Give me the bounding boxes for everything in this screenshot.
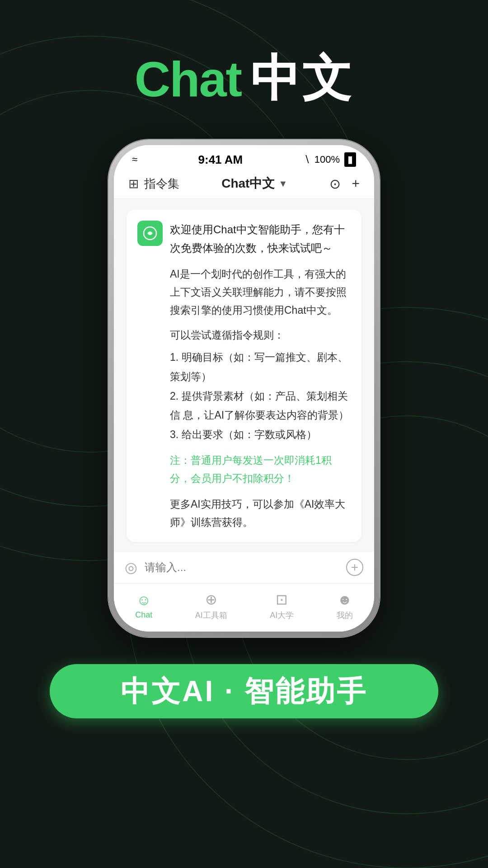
- chat-bubble: 欢迎使用Chat中文智能助手，您有十次免费体验的次数，快来试试吧～ AI是一个划…: [127, 210, 361, 542]
- nav-bar: ⊞ 指令集 Chat中文 ▼ ⊙ +: [114, 170, 374, 199]
- page-title-section: Chat 中文: [135, 45, 353, 113]
- input-add-icon[interactable]: +: [346, 559, 363, 576]
- cta-button[interactable]: 中文AI · 智能助手: [50, 664, 438, 718]
- phone-outer-frame: ≈ 9:41 AM ∖ 100% ▮ ⊞ 指令集 Chat中文 ▼: [108, 140, 380, 637]
- bluetooth-icon: ∖: [304, 154, 310, 165]
- cta-button-label: 中文AI · 智能助手: [121, 672, 367, 711]
- chat-highlight: 注：普通用户每发送一次即消耗1积分，会员用户不扣除积分！: [170, 451, 351, 488]
- tab-profile-icon: ☻: [337, 591, 352, 608]
- chat-instruction-title: 可以尝试遵循指令规则：: [170, 326, 351, 344]
- tab-tools[interactable]: ⊕ AI工具箱: [195, 591, 227, 621]
- tab-chat-label: Chat: [135, 610, 152, 620]
- tab-bar: ☺ Chat ⊕ AI工具箱 ⊡ AI大学 ☻ 我的: [114, 583, 374, 632]
- status-bar: ≈ 9:41 AM ∖ 100% ▮: [114, 145, 374, 170]
- chat-greeting: 欢迎使用Chat中文智能助手，您有十次免费体验的次数，快来试试吧～: [170, 221, 351, 258]
- tab-chat[interactable]: ☺ Chat: [135, 592, 152, 620]
- add-icon[interactable]: +: [352, 176, 360, 191]
- history-icon[interactable]: ⊙: [329, 176, 341, 192]
- phone-mockup: ≈ 9:41 AM ∖ 100% ▮ ⊞ 指令集 Chat中文 ▼: [108, 140, 380, 637]
- title-chat: Chat: [135, 50, 241, 108]
- chat-instructions: 1. 明确目标（如：写一篇推文、剧本、策划等） 2. 提供背景素材（如：产品、策…: [170, 348, 351, 444]
- tab-university[interactable]: ⊡ AI大学: [270, 591, 294, 621]
- tab-university-label: AI大学: [270, 610, 294, 621]
- chat-area: 欢迎使用Chat中文智能助手，您有十次免费体验的次数，快来试试吧～ AI是一个划…: [114, 199, 374, 551]
- chat-content: 欢迎使用Chat中文智能助手，您有十次免费体验的次数，快来试试吧～ AI是一个划…: [170, 221, 351, 531]
- battery-percent: 100%: [314, 154, 340, 165]
- nav-left-label: 指令集: [144, 176, 179, 192]
- tab-university-icon: ⊡: [276, 591, 288, 608]
- title-chinese: 中文: [250, 45, 353, 113]
- nav-left[interactable]: ⊞ 指令集: [128, 176, 179, 192]
- status-time: 9:41 AM: [198, 153, 243, 167]
- ai-icon: [142, 225, 158, 241]
- nav-center-label: Chat中文: [221, 175, 275, 192]
- phone-inner-screen: ≈ 9:41 AM ∖ 100% ▮ ⊞ 指令集 Chat中文 ▼: [114, 145, 374, 632]
- battery-icon: ▮: [344, 152, 356, 167]
- tab-profile[interactable]: ☻ 我的: [337, 591, 353, 621]
- nav-center[interactable]: Chat中文 ▼: [221, 175, 287, 192]
- status-icons: ∖ 100% ▮: [304, 152, 356, 167]
- dropdown-arrow-icon: ▼: [278, 179, 287, 189]
- nav-right: ⊙ +: [329, 176, 360, 192]
- chat-input[interactable]: [145, 561, 339, 574]
- ai-avatar: [137, 221, 163, 246]
- tab-tools-icon: ⊕: [205, 591, 217, 608]
- voice-icon[interactable]: ◎: [125, 559, 137, 576]
- chat-body1: AI是一个划时代的创作工具，有强大的上下文语义关联理解能力，请不要按照搜索引擎的…: [170, 265, 351, 320]
- tab-chat-icon: ☺: [136, 592, 151, 609]
- grid-icon: ⊞: [128, 176, 139, 191]
- wifi-icon: ≈: [132, 154, 137, 165]
- tab-profile-label: 我的: [337, 610, 353, 621]
- input-bar: ◎ +: [114, 551, 374, 583]
- tab-tools-label: AI工具箱: [195, 610, 227, 621]
- chat-footer: 更多AI实用技巧，可以参加《AI效率大师》训练营获得。: [170, 495, 351, 532]
